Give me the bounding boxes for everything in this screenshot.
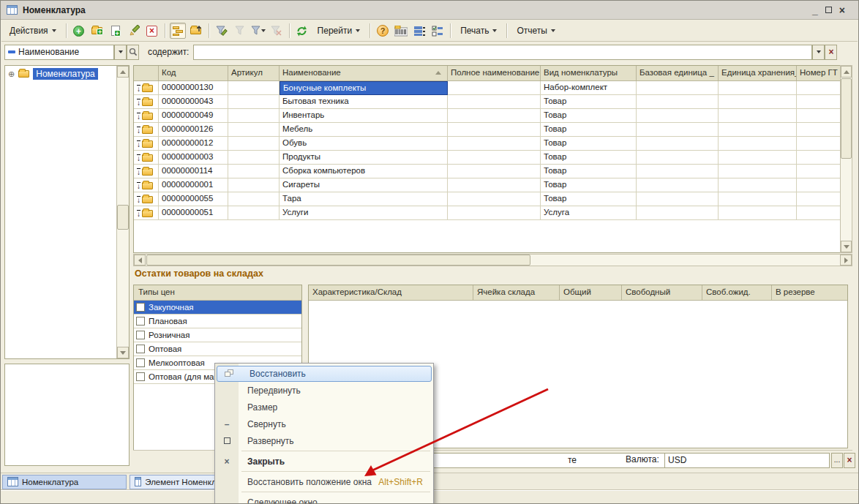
cell-full-name[interactable] — [448, 81, 541, 95]
cell-code[interactable]: 00000000049 — [159, 109, 228, 123]
cell-base-unit[interactable] — [637, 206, 719, 220]
cell-storage-unit[interactable] — [719, 178, 797, 192]
cell-code[interactable]: 00000000043 — [159, 95, 228, 109]
price-type-row[interactable]: Плановая — [134, 315, 301, 328]
help-button[interactable]: ? — [375, 23, 391, 39]
scroll-up-button[interactable] — [117, 66, 129, 78]
scroll-right-button[interactable] — [840, 255, 852, 266]
cell-article[interactable] — [228, 123, 280, 137]
cell-storage-unit[interactable] — [719, 81, 797, 95]
table-row[interactable]: ↓ 00000000051 Услуги Услуга — [134, 206, 840, 220]
cell-article[interactable] — [228, 81, 280, 95]
cell-name-selected[interactable]: Бонусные комплекты — [280, 81, 448, 95]
cell-kind[interactable]: Товар — [541, 178, 637, 192]
table-vertical-scrollbar[interactable] — [840, 65, 852, 253]
scroll-thumb[interactable] — [117, 205, 129, 230]
scroll-thumb[interactable] — [146, 255, 530, 266]
table-row[interactable]: ↓ 00000000055 Тара Товар — [134, 192, 840, 206]
cell-kind[interactable]: Товар — [541, 151, 637, 165]
add-group-button[interactable]: + — [89, 23, 105, 39]
header-icon-column[interactable] — [134, 66, 159, 81]
checkbox[interactable] — [136, 331, 145, 339]
table-row[interactable]: ↓ 00000000114 Сборка компьютеров Товар — [134, 165, 840, 178]
refresh-button[interactable] — [294, 23, 310, 39]
menu-item-minimize[interactable]: – Свернуть — [215, 415, 433, 432]
cell-name[interactable]: Продукты — [280, 151, 448, 165]
menu-item-restore-window-position[interactable]: Восстановить положение окна Alt+Shift+R — [215, 473, 433, 490]
checkbox[interactable] — [136, 358, 145, 367]
cell-full-name[interactable] — [448, 178, 541, 192]
cell-full-name[interactable] — [448, 192, 541, 206]
cell-gtd[interactable] — [797, 137, 840, 151]
cell-gtd[interactable] — [797, 81, 840, 95]
header-article[interactable]: Артикул — [228, 66, 280, 81]
delete-button[interactable]: × — [144, 23, 160, 39]
header-code[interactable]: Код — [159, 66, 228, 81]
cell-base-unit[interactable] — [637, 192, 719, 206]
expand-icon[interactable]: ⊕ — [8, 70, 15, 78]
go-to-button[interactable]: Перейти — [312, 23, 366, 39]
cell-gtd[interactable] — [797, 95, 840, 109]
taskbar-tab-nomenclature[interactable]: Номенклатура — [2, 475, 127, 489]
menu-item-maximize[interactable]: Развернуть — [215, 432, 433, 449]
cell-kind[interactable]: Товар — [541, 123, 637, 137]
table-row[interactable]: ↓ 00000000049 Инвентарь Товар — [134, 109, 840, 123]
header-kind[interactable]: Вид номенклатуры — [541, 66, 637, 81]
cell-kind[interactable]: Набор-комплект — [541, 81, 637, 95]
cell-storage-unit[interactable] — [719, 109, 797, 123]
header-characteristic-warehouse[interactable]: Характеристика/Склад — [309, 285, 473, 301]
cell-name[interactable]: Услуги — [280, 206, 448, 220]
cell-storage-unit[interactable] — [719, 206, 797, 220]
filter-clear-button[interactable] — [269, 23, 285, 39]
cell-full-name[interactable] — [448, 165, 541, 178]
cell-article[interactable] — [228, 178, 280, 192]
tree-root-node[interactable]: ⊕ Номенклатура — [5, 66, 129, 82]
cell-name[interactable]: Мебель — [280, 123, 448, 137]
minimize-icon[interactable]: _ — [812, 5, 818, 15]
cell-base-unit[interactable] — [637, 137, 719, 151]
checkbox[interactable] — [136, 372, 145, 381]
list-settings-button[interactable] — [411, 23, 427, 39]
cell-code[interactable]: 00000000001 — [159, 178, 228, 192]
scroll-left-button[interactable] — [134, 255, 146, 266]
cell-gtd[interactable] — [797, 123, 840, 137]
cell-kind[interactable]: Товар — [541, 109, 637, 123]
cell-code[interactable]: 00000000114 — [159, 165, 228, 178]
cell-article[interactable] — [228, 165, 280, 178]
scroll-up-button[interactable] — [841, 66, 852, 78]
table-horizontal-scrollbar[interactable] — [133, 254, 852, 266]
cell-gtd[interactable] — [797, 151, 840, 165]
table-row[interactable]: ↓ 00000000043 Бытовая техника Товар — [134, 95, 840, 109]
header-warehouse-cell[interactable]: Ячейка склада — [473, 285, 560, 301]
price-type-row[interactable]: Розничная — [134, 328, 301, 342]
checklist-button[interactable] — [430, 23, 446, 39]
cell-storage-unit[interactable] — [719, 95, 797, 109]
table-row[interactable]: ↓ 00000000126 Мебель Товар — [134, 123, 840, 137]
price-type-row[interactable]: Закупочная — [134, 301, 301, 315]
header-base-unit[interactable]: Базовая единица _ — [637, 66, 719, 81]
cell-code[interactable]: 00000000126 — [159, 123, 228, 137]
taskbar-tab-element[interactable]: Элемент Номенкла — [130, 475, 226, 489]
price-types-header[interactable]: Типы цен — [134, 285, 301, 301]
header-free-expected[interactable]: Своб.ожид. — [702, 285, 772, 301]
menu-item-move[interactable]: Передвинуть — [215, 382, 433, 399]
actions-button[interactable]: Действия — [4, 23, 61, 39]
reports-button[interactable]: Отчеты — [511, 23, 560, 39]
cell-code[interactable]: 00000000055 — [159, 192, 228, 206]
cell-gtd[interactable] — [797, 192, 840, 206]
checkbox[interactable] — [136, 345, 145, 353]
cell-base-unit[interactable] — [637, 109, 719, 123]
search-input[interactable] — [193, 45, 812, 60]
cell-article[interactable] — [228, 95, 280, 109]
parent-folder-button[interactable] — [188, 23, 204, 39]
print-button[interactable]: Печать — [455, 23, 502, 39]
cell-name[interactable]: Тара — [280, 192, 448, 206]
add-button[interactable]: + — [71, 23, 87, 39]
currency-clear-button[interactable]: × — [844, 453, 855, 468]
cell-storage-unit[interactable] — [719, 151, 797, 165]
scroll-down-button[interactable] — [117, 347, 129, 358]
cell-base-unit[interactable] — [637, 165, 719, 178]
menu-item-close[interactable]: × Закрыть — [215, 453, 433, 470]
cell-kind[interactable]: Товар — [541, 95, 637, 109]
cell-gtd[interactable] — [797, 178, 840, 192]
